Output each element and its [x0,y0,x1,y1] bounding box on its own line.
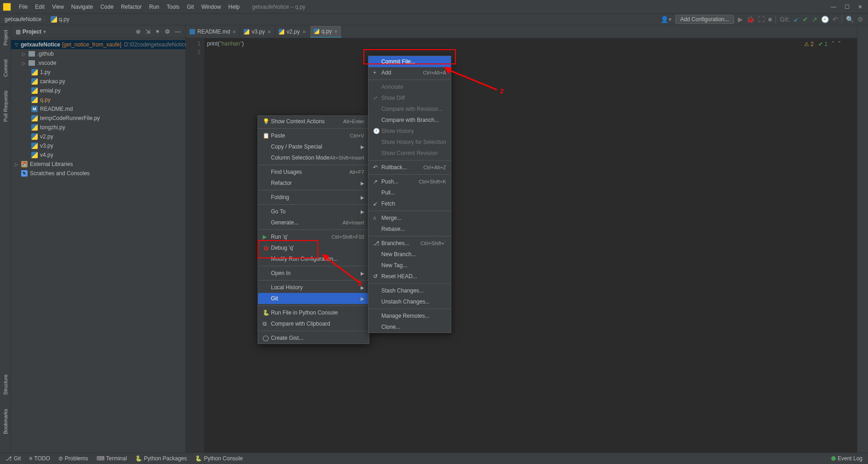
menu-item[interactable]: Refactor▶ [258,178,369,189]
collapse-icon[interactable]: ✶ [155,28,160,35]
close-icon[interactable]: ✕ [858,4,862,10]
git-push-icon[interactable]: ↗ [812,16,817,23]
tab-v3[interactable]: v3.py✕ [240,26,275,38]
menu-item[interactable]: Modify Run Configuration... [258,253,369,264]
breadcrumb-file[interactable]: q.py [59,16,69,23]
chevron-down-icon[interactable]: ˇ [839,40,840,48]
inspection-status[interactable]: ⚠ 2 ✔ 1 ˆ ˇ [804,40,840,48]
tab-v2[interactable]: v2.py✕ [275,26,310,38]
rail-pull-requests[interactable]: Pull Requests [3,91,8,122]
menu-edit[interactable]: Edit [32,2,48,11]
debug-icon[interactable]: 🐞 [747,16,754,23]
tree-file[interactable]: v4.py [11,150,185,160]
rail-project[interactable]: Project [3,30,8,46]
menu-item[interactable]: 🐞Debug 'q' [258,242,369,253]
menu-item[interactable]: Unstash Changes... [368,296,451,307]
maximize-icon[interactable]: ☐ [845,4,850,10]
bottom-python-packages[interactable]: 🐍 Python Packages [135,455,187,462]
menu-item[interactable]: Generate...Alt+Insert [258,217,369,228]
bottom-event-log[interactable]: Event Log [831,455,862,462]
tree-file[interactable]: q.py [11,95,185,104]
bottom-problems[interactable]: ⊘ Problems [58,455,88,462]
expand-icon[interactable]: ⇲ [145,28,150,35]
dropdown-icon[interactable]: ▾ [43,29,46,35]
chevron-up-icon[interactable]: ˆ [832,40,834,48]
menu-item[interactable]: Pull... [368,187,451,198]
tree-file[interactable]: emial.py [11,86,185,95]
menu-item[interactable]: ↶Rollback...Ctrl+Alt+Z [368,162,451,173]
gear-icon[interactable]: ⚙ [165,28,170,35]
tree-file[interactable]: tongzhi.py [11,123,185,132]
menu-item[interactable]: ◯Create Gist... [258,332,369,344]
menu-tools[interactable]: Tools [163,2,183,11]
close-tab-icon[interactable]: ✕ [267,29,271,34]
menu-item[interactable]: Manage Remotes... [368,310,451,321]
menu-item[interactable]: Local History▶ [258,282,369,293]
bottom-terminal[interactable]: ⌨ Terminal [97,455,127,462]
tree-scratches[interactable]: ✎Scratches and Consoles [11,169,185,178]
menu-item[interactable]: Open In▶ [258,268,369,279]
tree-file[interactable]: cankao.py [11,77,185,86]
git-pull-icon[interactable]: ↙ [793,16,799,23]
rail-bookmarks[interactable]: Bookmarks [3,409,8,434]
tab-readme[interactable]: README.md✕ [186,26,240,38]
git-commit-icon[interactable]: ✔ [803,16,808,23]
menu-item[interactable]: 🐍Run File in Python Console [258,307,369,318]
menu-code[interactable]: Code [97,2,117,11]
git-rollback-icon[interactable]: ↶ [833,16,838,23]
settings-icon[interactable]: ⚙ [857,16,863,23]
tree-file[interactable]: tempCodeRunnerFile.py [11,114,185,123]
run-icon[interactable]: ▶ [738,16,743,23]
tree-file[interactable]: v3.py [11,141,185,150]
menu-item[interactable]: Clone... [368,321,451,332]
menu-help[interactable]: Help [225,2,243,11]
menu-item[interactable]: New Branch... [368,249,451,260]
warning-icon[interactable]: ⚠ 2 [804,40,814,48]
close-tab-icon[interactable]: ✕ [232,29,236,34]
menu-item[interactable]: Find UsagesAlt+F7 [258,166,369,178]
menu-item[interactable]: ⧉Compare with Clipboard [258,318,369,329]
menu-item[interactable]: ⎇Branches...Ctrl+Shift+` [368,238,451,249]
menu-item[interactable]: Go To▶ [258,206,369,217]
menu-navigate[interactable]: Navigate [68,2,96,11]
tree-external-libraries[interactable]: ▷📚External Libraries [11,160,185,169]
menu-run[interactable]: Run [146,2,162,11]
menu-item[interactable]: Compare with Branch... [368,115,451,126]
menu-item[interactable]: ⑃Merge... [368,212,451,223]
menu-item[interactable]: Copy / Paste Special▶ [258,141,369,152]
menu-item[interactable]: New Tag... [368,260,451,271]
menu-item[interactable]: Commit File... [368,56,451,67]
menu-git[interactable]: Git [184,2,197,11]
menu-item[interactable]: ▶Run 'q'Ctrl+Shift+F10 [258,231,369,242]
bottom-python-console[interactable]: 🐍 Python Console [195,455,243,462]
tree-root[interactable]: ▽ getxaufeNotice [get_notice_from_xaufe]… [11,40,185,49]
menu-view[interactable]: View [49,2,67,11]
search-icon[interactable]: 🔍 [846,16,854,23]
tree-file[interactable]: MREADME.md [11,104,185,114]
git-history-icon[interactable]: 🕘 [821,16,829,23]
menu-item[interactable]: Stash Changes... [368,285,451,296]
bottom-git[interactable]: ⎇ Git [6,455,21,462]
menu-item[interactable]: Column Selection ModeAlt+Shift+Insert [258,152,369,163]
tree-folder[interactable]: ▷.github [11,49,185,58]
user-icon[interactable]: 👤▾ [661,16,672,23]
menu-item[interactable]: ↙Fetch [368,198,451,209]
menu-item[interactable]: +AddCtrl+Alt+A [368,67,451,78]
menu-item[interactable]: 📋PasteCtrl+V [258,130,369,141]
hide-icon[interactable]: — [175,28,181,35]
stop-icon[interactable]: ■ [768,16,772,23]
rail-structure[interactable]: Structure [3,374,8,395]
add-configuration-button[interactable]: Add Configuration... [675,15,734,24]
rail-commit[interactable]: Commit [3,59,8,77]
minimize-icon[interactable]: — [831,4,836,10]
close-tab-icon[interactable]: ✕ [302,29,306,34]
bottom-todo[interactable]: ≡ TODO [29,455,50,462]
tree-file[interactable]: v2.py [11,132,185,141]
menu-refactor[interactable]: Refactor [118,2,145,11]
close-tab-icon[interactable]: ✕ [334,29,338,34]
tree-folder[interactable]: ▷.vscode [11,58,185,68]
coverage-icon[interactable]: ⛶ [758,16,765,23]
menu-item[interactable]: Folding▶ [258,192,369,203]
menu-file[interactable]: File [16,2,31,11]
locate-icon[interactable]: ⊕ [136,28,141,35]
